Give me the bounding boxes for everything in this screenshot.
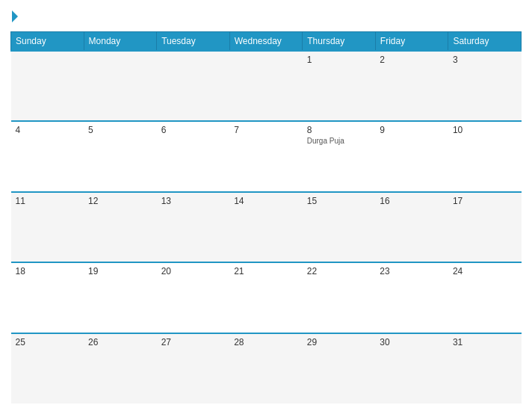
weekday-header-thursday: Thursday	[303, 32, 376, 52]
calendar-cell: 24	[448, 262, 522, 333]
day-number: 18	[16, 266, 80, 276]
calendar-cell: 20	[157, 262, 230, 333]
day-number: 10	[453, 125, 517, 135]
day-number: 22	[307, 266, 371, 276]
calendar-cell: 1	[303, 51, 376, 121]
weekday-header-wednesday: Wednesday	[229, 32, 303, 52]
calendar-cell: 9	[375, 121, 448, 191]
day-number: 19	[88, 266, 152, 276]
weekday-header-friday: Friday	[375, 32, 448, 52]
day-number: 1	[307, 55, 371, 65]
day-number: 20	[161, 266, 226, 276]
week-row-5: 25262728293031	[11, 333, 522, 404]
weekday-header-tuesday: Tuesday	[157, 32, 230, 52]
day-number: 29	[307, 337, 371, 347]
calendar-cell: 26	[84, 333, 157, 404]
logo	[10, 10, 19, 22]
week-row-1: 123	[11, 51, 522, 121]
weekday-header-row: SundayMondayTuesdayWednesdayThursdayFrid…	[11, 32, 522, 52]
calendar-cell: 13	[157, 192, 230, 262]
calendar-cell: 23	[375, 262, 448, 333]
calendar-cell: 28	[229, 333, 303, 404]
calendar-cell: 27	[157, 333, 230, 404]
day-number: 21	[234, 266, 298, 276]
weekday-header-monday: Monday	[84, 32, 157, 52]
calendar-cell: 18	[11, 262, 84, 333]
calendar-cell: 29	[303, 333, 376, 404]
day-number: 26	[88, 337, 152, 347]
day-number: 23	[380, 266, 444, 276]
day-number: 7	[234, 125, 298, 135]
day-number: 24	[453, 266, 517, 276]
day-number: 28	[234, 337, 298, 347]
calendar-cell: 25	[11, 333, 84, 404]
calendar-cell: 10	[448, 121, 522, 191]
calendar-cell: 2	[375, 51, 448, 121]
day-number: 25	[16, 337, 80, 347]
day-number: 8	[307, 125, 371, 135]
calendar-cell: 22	[303, 262, 376, 333]
week-row-4: 18192021222324	[11, 262, 522, 333]
calendar-cell	[229, 51, 303, 121]
calendar-cell: 19	[84, 262, 157, 333]
calendar-table: SundayMondayTuesdayWednesdayThursdayFrid…	[10, 31, 522, 404]
day-number: 16	[380, 196, 444, 206]
day-number: 11	[16, 196, 80, 206]
day-number: 2	[380, 55, 444, 65]
logo-triangle-icon	[12, 10, 18, 22]
day-number: 12	[88, 196, 152, 206]
day-number: 4	[16, 125, 80, 135]
calendar-cell: 3	[448, 51, 522, 121]
calendar-cell: 15	[303, 192, 376, 262]
calendar-cell	[157, 51, 230, 121]
weekday-header-sunday: Sunday	[11, 32, 84, 52]
calendar-wrapper: SundayMondayTuesdayWednesdayThursdayFrid…	[0, 0, 532, 411]
day-number: 9	[380, 125, 444, 135]
calendar-cell: 8Durga Puja	[303, 121, 376, 191]
calendar-cell	[11, 51, 84, 121]
calendar-header	[10, 7, 522, 25]
calendar-cell	[84, 51, 157, 121]
event-label: Durga Puja	[307, 137, 371, 145]
day-number: 5	[88, 125, 152, 135]
week-row-3: 11121314151617	[11, 192, 522, 262]
day-number: 13	[161, 196, 226, 206]
calendar-cell: 11	[11, 192, 84, 262]
calendar-cell: 17	[448, 192, 522, 262]
calendar-cell: 7	[229, 121, 303, 191]
day-number: 30	[380, 337, 444, 347]
day-number: 3	[453, 55, 517, 65]
calendar-cell: 31	[448, 333, 522, 404]
day-number: 15	[307, 196, 371, 206]
weekday-header-saturday: Saturday	[448, 32, 522, 52]
calendar-cell: 4	[11, 121, 84, 191]
day-number: 31	[453, 337, 517, 347]
week-row-2: 45678Durga Puja910	[11, 121, 522, 191]
calendar-cell: 5	[84, 121, 157, 191]
day-number: 14	[234, 196, 298, 206]
day-number: 6	[161, 125, 226, 135]
calendar-cell: 21	[229, 262, 303, 333]
calendar-cell: 6	[157, 121, 230, 191]
calendar-cell: 30	[375, 333, 448, 404]
day-number: 27	[161, 337, 226, 347]
calendar-cell: 12	[84, 192, 157, 262]
calendar-cell: 14	[229, 192, 303, 262]
day-number: 17	[453, 196, 517, 206]
calendar-cell: 16	[375, 192, 448, 262]
